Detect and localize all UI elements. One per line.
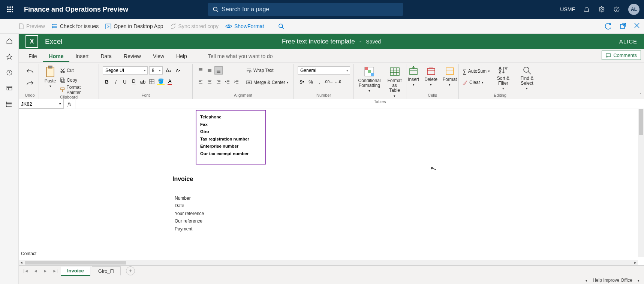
help-icon[interactable]	[613, 6, 620, 13]
align-right-icon[interactable]	[214, 78, 223, 86]
app-title: Finance and Operations Preview	[24, 6, 128, 13]
currency-icon[interactable]: $▾	[298, 78, 306, 86]
align-left-icon[interactable]	[196, 78, 205, 86]
name-box[interactable]: JK82▾	[19, 99, 64, 109]
tell-me-search[interactable]: Tell me what you want to do	[208, 50, 273, 62]
tab-file[interactable]: File	[22, 50, 43, 62]
format-as-table-button[interactable]: Format as Table▾	[386, 65, 403, 99]
global-search[interactable]: Search for a page	[208, 3, 403, 16]
tab-home[interactable]: Home	[43, 50, 70, 62]
spreadsheet-area[interactable]: Telephone Fax Giro Tax registration numb…	[19, 109, 644, 265]
status-menu-icon[interactable]	[586, 278, 587, 283]
group-label-font: Font	[103, 92, 189, 98]
sync-button[interactable]: Sync stored copy	[170, 23, 219, 29]
clear-button[interactable]: Clear ▾	[463, 78, 490, 87]
merge-center-button[interactable]: Merge & Center ▾	[246, 78, 289, 87]
preview-button[interactable]: Preview	[19, 23, 45, 29]
sheet-tab-giro[interactable]: Giro_FI	[92, 266, 121, 275]
decrease-indent-icon[interactable]	[223, 78, 232, 86]
fx-icon[interactable]: fx	[64, 101, 75, 107]
find-select-button[interactable]: Find & Select▾	[517, 65, 538, 91]
svg-point-4	[9, 9, 10, 10]
document-name[interactable]: Free text invoice template	[282, 38, 355, 45]
home-icon[interactable]	[6, 37, 13, 45]
sort-filter-button[interactable]: AZSort & Filter▾	[494, 65, 513, 91]
sheet-nav-next-icon[interactable]: ►	[41, 269, 49, 273]
autosum-button[interactable]: ∑AutoSum ▾	[463, 67, 490, 75]
font-color-icon[interactable]: A	[166, 78, 174, 86]
entity-label[interactable]: USMF	[560, 6, 575, 12]
cut-button[interactable]: Cut	[60, 66, 95, 75]
font-size-select[interactable]: 8	[149, 66, 163, 75]
sheet-nav-last-icon[interactable]: ►|	[51, 269, 59, 273]
tab-help[interactable]: Help	[170, 50, 193, 62]
redo-icon[interactable]	[26, 79, 34, 87]
align-top-icon[interactable]	[196, 66, 205, 75]
strike-icon[interactable]: ab	[139, 78, 147, 86]
selected-range[interactable]: Telephone Fax Giro Tax registration numb…	[196, 110, 266, 164]
user-avatar[interactable]: AL	[628, 4, 640, 15]
font-name-select[interactable]: Segoe UI	[103, 66, 148, 75]
sheet-tab-invoice[interactable]: Invoice	[61, 266, 90, 276]
align-center-icon[interactable]	[205, 78, 214, 86]
show-format-button[interactable]: ShowFormat	[225, 23, 264, 29]
scroll-right-icon[interactable]: ►	[633, 261, 638, 265]
percent-icon[interactable]: %	[307, 78, 315, 86]
notifications-icon[interactable]	[583, 6, 590, 13]
grow-font-icon[interactable]: A▴	[164, 66, 172, 75]
format-painter-button[interactable]: Format Painter	[60, 86, 95, 94]
check-issues-button[interactable]: Check for issues	[52, 23, 99, 29]
tab-review[interactable]: Review	[118, 50, 147, 62]
insert-cells-button[interactable]: Insert▾	[406, 65, 421, 87]
clock-icon[interactable]	[6, 69, 13, 76]
increase-indent-icon[interactable]	[232, 78, 241, 86]
collapse-ribbon-icon[interactable]: ˄	[640, 93, 642, 97]
shrink-font-icon[interactable]: A▾	[174, 66, 182, 75]
modules-icon[interactable]	[6, 100, 13, 108]
sheet-nav-first-icon[interactable]: |◄	[22, 269, 30, 273]
wrap-text-button[interactable]: Wrap Text	[246, 66, 289, 75]
align-bottom-icon[interactable]	[214, 66, 223, 75]
vertical-scrollbar[interactable]	[638, 109, 644, 257]
tab-insert[interactable]: Insert	[69, 50, 94, 62]
comments-button[interactable]: Comments	[602, 51, 641, 60]
search-placeholder: Search for a page	[222, 6, 269, 13]
double-underline-icon[interactable]: D	[130, 78, 138, 86]
settings-gear-icon[interactable]	[598, 6, 605, 13]
app-launcher-icon[interactable]	[4, 4, 16, 15]
copy-button[interactable]: Copy	[60, 76, 95, 84]
add-sheet-icon[interactable]: ＋	[126, 266, 135, 275]
decrease-decimal-icon[interactable]: ←.0	[334, 78, 342, 86]
status-menu-icon[interactable]	[638, 278, 640, 283]
delete-cells-button[interactable]: Delete▾	[423, 65, 439, 87]
format-cells-button[interactable]: Format▾	[441, 65, 458, 87]
undo-icon[interactable]	[26, 67, 34, 75]
conditional-formatting-button[interactable]: Conditional Formatting▾	[356, 65, 382, 93]
workspace-icon[interactable]	[6, 85, 13, 92]
tab-data[interactable]: Data	[94, 50, 118, 62]
align-middle-icon[interactable]	[205, 66, 214, 75]
comma-icon[interactable]: ,	[316, 78, 324, 86]
scroll-left-icon[interactable]: ◄	[19, 261, 24, 265]
italic-icon[interactable]: I	[112, 78, 120, 86]
toolbar-search-icon[interactable]	[278, 23, 284, 29]
increase-decimal-icon[interactable]: .00→	[325, 78, 333, 86]
cell-text: Giro	[200, 128, 262, 136]
tab-view[interactable]: View	[147, 50, 170, 62]
help-improve-link[interactable]: Help Improve Office	[593, 278, 632, 283]
borders-icon[interactable]	[148, 78, 156, 86]
sheet-nav-prev-icon[interactable]: ◄	[31, 269, 40, 273]
refresh-icon[interactable]	[605, 23, 612, 30]
paste-button[interactable]: Paste ▾	[43, 65, 58, 89]
star-icon[interactable]	[6, 53, 13, 61]
fill-color-icon[interactable]: 🪣	[157, 78, 165, 86]
svg-point-7	[9, 11, 10, 12]
horizontal-scrollbar[interactable]: ◄ ►	[19, 260, 638, 265]
underline-icon[interactable]: U	[121, 78, 129, 86]
open-desktop-button[interactable]: Open in Desktop App	[105, 23, 163, 29]
bold-icon[interactable]: B	[103, 78, 111, 86]
svg-rect-77	[368, 70, 371, 73]
popout-icon[interactable]	[620, 23, 626, 30]
number-format-select[interactable]: General	[298, 66, 350, 75]
close-icon[interactable]	[634, 23, 640, 30]
